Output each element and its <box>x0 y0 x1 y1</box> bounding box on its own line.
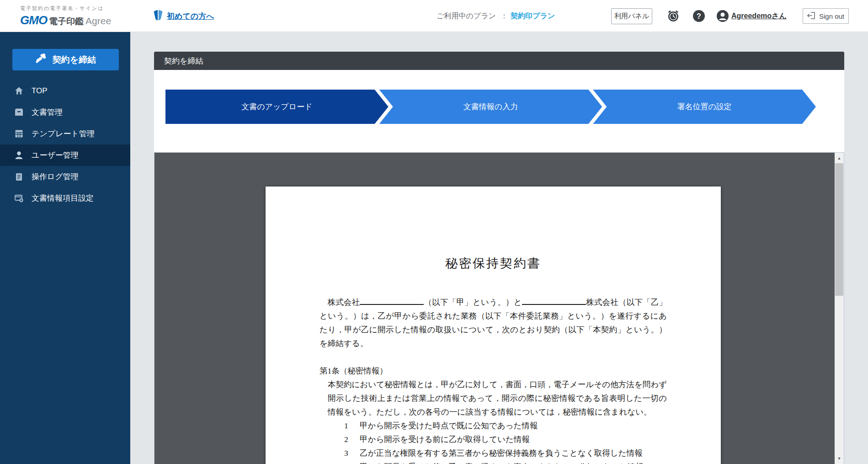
progress-steps: 文書のアップロード 文書情報の入力 署名位置の設定 <box>165 90 816 124</box>
current-plan: ご利用中のプラン ： 契約印プラン <box>437 0 555 32</box>
beginner-link-label: 初めての方へ <box>167 11 214 21</box>
step-label: 署名位置の設定 <box>677 101 731 112</box>
clause-number: 3 <box>344 446 360 460</box>
exit-icon <box>807 12 815 21</box>
sign-out-label: Sign out <box>819 12 844 20</box>
sidebar-item-label: テンプレート管理 <box>32 128 95 139</box>
step-set-signature-position[interactable]: 署名位置の設定 <box>593 90 816 124</box>
document-intro-paragraph: 株式会社（以下「甲」という。）と株式会社（以下「乙」という。）は，乙が甲から委託… <box>320 295 667 350</box>
main-content: 契約を締結 文書のアップロード 文書情報の入力 署名位置の設定 秘密保持契約書 … <box>130 32 868 464</box>
scroll-up-arrow-icon[interactable]: ▲ <box>835 154 844 163</box>
clause-number: 2 <box>344 432 360 446</box>
beginner-mark-icon <box>153 10 163 22</box>
user-avatar-icon[interactable] <box>716 9 730 23</box>
steps-container: 文書のアップロード 文書情報の入力 署名位置の設定 <box>154 70 844 152</box>
plan-name-link[interactable]: 契約印プラン <box>511 11 555 21</box>
conclude-contract-button[interactable]: 契約を締結 <box>12 49 119 70</box>
blank-company-b <box>522 299 586 305</box>
alarm-clock-icon[interactable] <box>666 9 680 23</box>
log-notepad-icon <box>14 172 24 181</box>
user-name-link[interactable]: Agreedemoさん <box>731 0 787 32</box>
document-page: 秘密保持契約書 株式会社（以下「甲」という。）と株式会社（以下「乙」という。）は… <box>266 187 721 464</box>
handshake-icon <box>35 53 47 67</box>
usage-panel-button[interactable]: 利用パネル <box>611 8 652 24</box>
window-settings-icon <box>14 193 24 203</box>
archive-box-icon <box>14 107 24 117</box>
conclude-contract-label: 契約を締結 <box>53 54 96 66</box>
sidebar-item-label: 操作ログ管理 <box>32 171 79 182</box>
clause-text: 甲から開示を受けた後，乙の責に帰すべき事由によらないで公知になった情報 <box>360 460 644 464</box>
clause-row: 4 甲から開示を受けた後，乙の責に帰すべき事由によらないで公知になった情報 <box>344 460 667 464</box>
sidebar-item-label: 文書管理 <box>32 107 63 117</box>
sidebar-nav: TOP 文書管理 テンプレート管理 ユーザー管理 <box>0 80 130 209</box>
plan-separator: ： <box>501 11 508 21</box>
vertical-scrollbar[interactable]: ▲ ▼ <box>835 153 844 464</box>
panel-title: 契約を締結 <box>154 52 844 70</box>
svg-text:?: ? <box>697 12 701 20</box>
contract-panel: 契約を締結 文書のアップロード 文書情報の入力 署名位置の設定 <box>154 52 844 152</box>
sidebar-item-operation-log[interactable]: 操作ログ管理 <box>0 166 130 187</box>
sidebar-item-top[interactable]: TOP <box>0 80 130 101</box>
clause-text: 乙が正当な権限を有する第三者から秘密保持義務を負うことなく取得した情報 <box>360 446 643 460</box>
step-label: 文書のアップロード <box>241 101 312 112</box>
top-header: 電子契約の電子署名・サインは GMO電子印鑑Agree 初めての方へ ご利用中の… <box>0 0 868 32</box>
scrollbar-thumb[interactable] <box>835 163 843 296</box>
sign-out-button[interactable]: Sign out <box>803 8 849 24</box>
home-icon <box>14 86 24 96</box>
clause-text: 甲から開示を受けた時点で既に公知であった情報 <box>360 419 538 432</box>
plan-label: ご利用中のプラン <box>437 11 496 21</box>
sidebar-item-doc-info-settings[interactable]: 文書情報項目設定 <box>0 187 130 209</box>
clause-row: 3 乙が正当な権限を有する第三者から秘密保持義務を負うことなく取得した情報 <box>344 446 667 460</box>
help-icon[interactable]: ? <box>692 9 706 23</box>
person-icon <box>14 150 24 160</box>
step-label: 文書情報の入力 <box>463 101 518 112</box>
clause-row: 1 甲から開示を受けた時点で既に公知であった情報 <box>344 419 667 432</box>
document-preview-viewport: 秘密保持契約書 株式会社（以下「甲」という。）と株式会社（以下「乙」という。）は… <box>154 152 844 464</box>
gmo-agree-logo[interactable]: 電子契約の電子署名・サインは GMO電子印鑑Agree <box>20 5 111 27</box>
intro-mid: （以下「甲」という。）と <box>424 298 522 307</box>
sidebar-item-templates[interactable]: テンプレート管理 <box>0 123 130 144</box>
step-upload-document[interactable]: 文書のアップロード <box>165 90 389 124</box>
template-grid-icon <box>14 129 24 139</box>
step-enter-document-info[interactable]: 文書情報の入力 <box>379 90 602 124</box>
document-title: 秘密保持契約書 <box>320 255 667 272</box>
sidebar-item-users[interactable]: ユーザー管理 <box>0 144 130 166</box>
scroll-down-arrow-icon[interactable]: ▼ <box>835 454 844 463</box>
clause-number: 1 <box>344 419 360 432</box>
sidebar-item-documents[interactable]: 文書管理 <box>0 101 130 123</box>
sidebar-item-label: ユーザー管理 <box>32 150 79 160</box>
agree-wordmark: Agree <box>85 16 111 26</box>
sidebar: 契約を締結 TOP 文書管理 テンプレート管理 <box>0 32 130 464</box>
product-wordmark: 電子印鑑 <box>49 16 84 26</box>
sidebar-item-label: TOP <box>32 86 48 96</box>
article-1-body: 本契約において秘密情報とは，甲が乙に対して，書面，口頭，電子メールその他方法を問… <box>328 378 667 419</box>
clause-row: 2 甲から開示を受ける前に乙が取得していた情報 <box>344 432 667 446</box>
article-1-heading: 第1条（秘密情報） <box>320 364 667 378</box>
blank-company-a <box>360 299 424 305</box>
sidebar-item-label: 文書情報項目設定 <box>32 193 94 203</box>
beginner-guide-link[interactable]: 初めての方へ <box>153 0 214 32</box>
logo-tagline: 電子契約の電子署名・サインは <box>20 5 111 12</box>
gmo-wordmark: GMO <box>20 13 47 27</box>
clause-number: 4 <box>344 460 360 464</box>
clause-text: 甲から開示を受ける前に乙が取得していた情報 <box>360 432 530 446</box>
intro-lead: 株式会社 <box>328 298 360 307</box>
